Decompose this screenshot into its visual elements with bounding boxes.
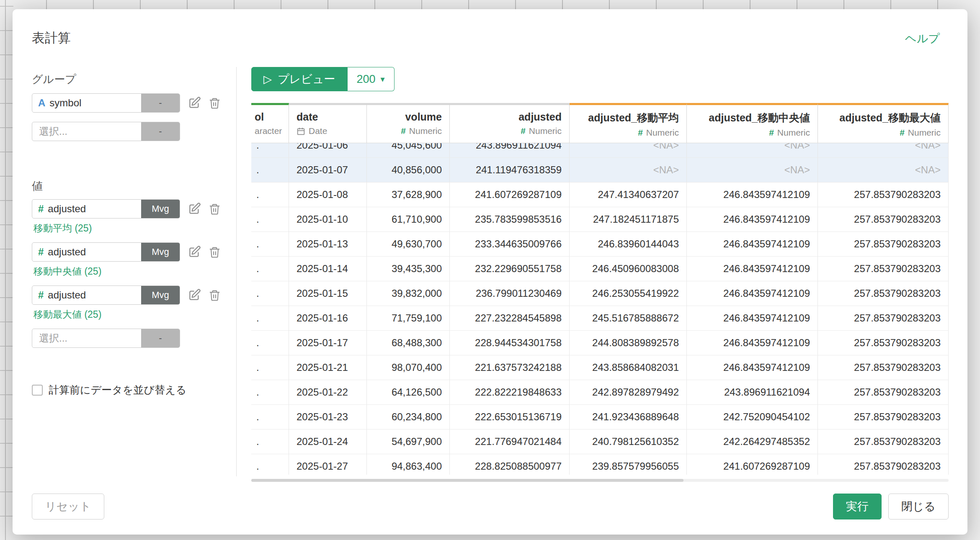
group-modifier-button[interactable]: - [141, 94, 180, 112]
table-cell: . [251, 143, 289, 157]
preview-table: olaracterdateDatevolume#Numericadjusted#… [251, 103, 949, 482]
table-cell: 257.853790283203 [818, 454, 949, 475]
run-button[interactable]: 実行 [833, 494, 882, 519]
table-cell: 2025-01-24 [289, 429, 367, 454]
calculation-detail: 移動平均 (25) [34, 222, 236, 235]
group-add-row: 選択... - [32, 122, 236, 141]
group-add-modifier-button[interactable]: - [141, 122, 180, 141]
numeric-type-icon: # [769, 128, 774, 138]
table-cell: 228.944534301758 [450, 331, 570, 355]
sort-before-calc-label: 計算前にデータを並び替える [49, 383, 186, 397]
column-type: Date [297, 126, 359, 136]
aggregate-function-badge[interactable]: Mvg [141, 286, 180, 304]
table-cell: <NA> [818, 158, 949, 182]
table-cell: 246.83960144043 [570, 232, 687, 256]
table-cell: . [251, 207, 289, 231]
table-cell: 241.607269287109 [450, 183, 570, 207]
calendar-icon [297, 127, 305, 136]
caret-down-icon: ▾ [381, 75, 385, 83]
table-cell: 246.843597412109 [687, 232, 818, 256]
table-cell: 60,234,800 [367, 405, 450, 429]
aggregate-function-badge[interactable]: Mvg [141, 243, 180, 261]
column-name: adjusted_移動平均 [577, 111, 679, 125]
value-section-label: 値 [32, 179, 236, 193]
table-cell: 246.843597412109 [687, 306, 818, 330]
preview-row-count: 200 [357, 73, 376, 86]
table-cell: 241.923436889648 [570, 405, 687, 429]
close-button[interactable]: 閉じる [888, 494, 949, 519]
value-column-name: adjusted [48, 203, 141, 215]
checkbox-unchecked-icon[interactable] [32, 385, 43, 396]
reset-button[interactable]: リセット [32, 494, 104, 519]
value-column-selector-1[interactable]: # adjusted Mvg [32, 199, 180, 219]
table-cell: 2025-01-23 [289, 405, 367, 429]
trash-icon[interactable] [209, 289, 221, 302]
trash-icon[interactable] [209, 246, 221, 259]
edit-icon[interactable] [188, 288, 201, 302]
table-cell: 242.897828979492 [570, 380, 687, 404]
column-name: ol [255, 111, 281, 123]
table-cell: 222.653015136719 [450, 405, 570, 429]
table-cell: 246.253055419922 [570, 281, 687, 306]
aggregate-function-badge[interactable]: Mvg [141, 200, 180, 218]
table-row: .2025-01-1061,710,900235.783599853516247… [251, 207, 949, 232]
table-cell: 2025-01-08 [289, 183, 367, 207]
table-cell: . [251, 355, 289, 380]
table-cell: 2025-01-16 [289, 306, 367, 330]
table-cell: 94,863,400 [367, 454, 450, 475]
help-link[interactable]: ヘルプ [905, 31, 940, 46]
table-cell: 228.825088500977 [450, 454, 570, 475]
preview-row-count-dropdown[interactable]: 200 ▾ [348, 67, 395, 91]
table-header-row: olaracterdateDatevolume#Numericadjusted#… [251, 103, 949, 143]
trash-icon[interactable] [209, 97, 221, 110]
sort-before-calc-row[interactable]: 計算前にデータを並び替える [32, 383, 236, 397]
table-cell: 257.853790283203 [818, 429, 949, 454]
table-cell: 2025-01-07 [289, 158, 367, 182]
table-cell: 40,856,000 [367, 158, 450, 182]
trash-icon[interactable] [209, 203, 221, 216]
group-column-selector[interactable]: A symbol - [32, 93, 180, 113]
column-header-3[interactable]: adjusted#Numeric [450, 103, 570, 143]
preview-button-label: プレビュー [278, 72, 335, 87]
column-type: #Numeric [694, 128, 810, 138]
table-cell: <NA> [687, 158, 818, 182]
numeric-type-icon: # [38, 246, 44, 258]
column-name: adjusted [457, 111, 562, 123]
table-cell: 246.450960083008 [570, 257, 687, 281]
column-header-6[interactable]: adjusted_移動最大値#Numeric [818, 103, 949, 143]
numeric-type-icon: # [38, 203, 44, 215]
table-cell: <NA> [570, 143, 687, 157]
table-cell: 2025-01-10 [289, 207, 367, 231]
horizontal-scrollbar[interactable] [251, 479, 949, 482]
panel-divider [236, 67, 237, 476]
scrollbar-thumb[interactable] [251, 479, 683, 482]
column-header-4[interactable]: adjusted_移動平均#Numeric [570, 103, 687, 143]
column-type: aracter [255, 126, 281, 136]
value-item-row: # adjusted Mvg [32, 242, 236, 262]
table-cell: 257.853790283203 [818, 281, 949, 306]
edit-icon[interactable] [188, 96, 201, 110]
column-header-2[interactable]: volume#Numeric [367, 103, 450, 143]
table-cell: 2025-01-15 [289, 281, 367, 306]
table-cell: . [251, 257, 289, 281]
table-cell: 246.843597412109 [687, 355, 818, 380]
column-header-1[interactable]: dateDate [289, 103, 367, 143]
table-cell: 233.344635009766 [450, 232, 570, 256]
table-row: .2025-01-2264,126,500222.822219848633242… [251, 380, 949, 405]
preview-button[interactable]: ▷ プレビュー [251, 67, 348, 91]
value-column-selector-3[interactable]: # adjusted Mvg [32, 285, 180, 305]
value-column-selector-2[interactable]: # adjusted Mvg [32, 242, 180, 262]
table-row: .2025-01-1539,832,000236.799011230469246… [251, 281, 949, 306]
table-cell: 245.516785888672 [570, 306, 687, 330]
column-header-5[interactable]: adjusted_移動中央値#Numeric [687, 103, 818, 143]
table-cell: 221.637573242188 [450, 355, 570, 380]
value-add-selector[interactable]: 選択... - [32, 329, 180, 348]
column-header-0[interactable]: olaracter [251, 103, 289, 143]
edit-icon[interactable] [188, 202, 201, 216]
table-cell: 241.119476318359 [450, 158, 570, 182]
table-body-viewport: .2025-01-0645,045,600243.896911621094<NA… [251, 143, 949, 475]
table-cell: 61,710,900 [367, 207, 450, 231]
group-add-selector[interactable]: 選択... - [32, 122, 180, 141]
value-add-modifier-button[interactable]: - [141, 329, 180, 347]
edit-icon[interactable] [188, 245, 201, 259]
